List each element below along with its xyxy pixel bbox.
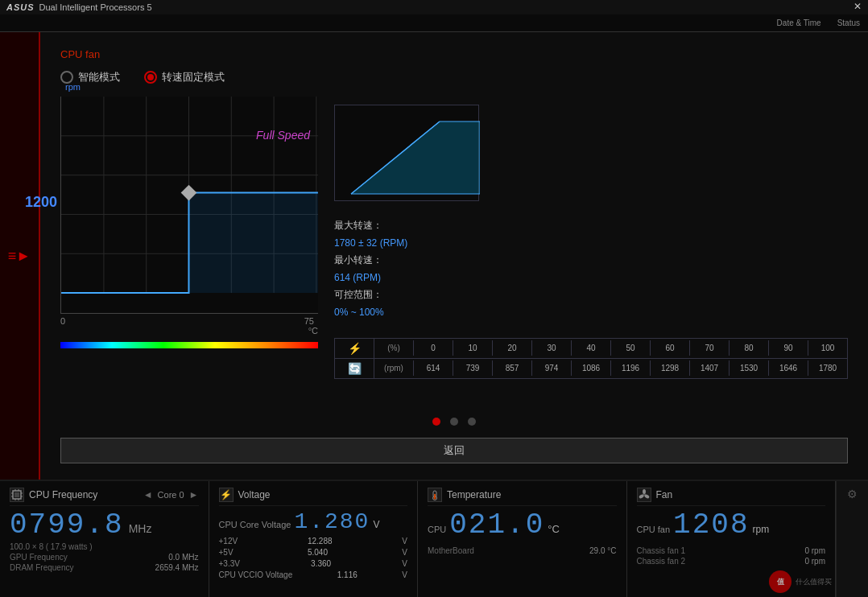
temp-title: Temperature [447,489,501,500]
min-speed-label: 最小转速： [334,252,848,270]
chassis-fan2-row: Chassis fan 2 0 rpm [637,557,826,566]
gpu-freq-value: 0.0 MHz [168,553,198,562]
pct-30: 30 [532,340,572,356]
close-button[interactable]: ✕ [854,1,862,12]
page-dot-2[interactable] [450,418,458,426]
pct-100: 100 [808,340,847,356]
cpu-fan-unit: rpm [753,524,770,535]
rpm-label: (rpm) [374,360,414,376]
temp-header: Temperature [428,488,617,506]
cpu-temp-value: 021.0 [449,511,544,540]
voltage-title: Voltage [238,489,271,500]
settings-gear-icon[interactable]: ⚙ [847,488,858,500]
fixed-mode-radio[interactable] [144,71,157,84]
temperature-section: Temperature CPU 021.0 °C MotherBoard 29.… [418,481,627,597]
core-next-arrow[interactable]: ► [189,489,199,500]
dram-freq-row: DRAM Frequency 2659.4 MHz [10,563,199,572]
5v-unit: V [402,548,407,557]
temp-icon [428,488,442,502]
chassis-fan1-row: Chassis fan 1 0 rpm [637,546,826,555]
cpu-core-voltage-label: CPU Core Voltage [219,520,291,529]
title-bar: ASUS Dual Intelligent Processors 5 ✕ [0,0,868,14]
min-speed-value: 614 (RPM) [334,270,848,287]
svg-marker-10 [61,193,318,294]
pct-40: 40 [572,340,611,356]
motherboard-temp-row: MotherBoard 29.0 °C [428,546,617,555]
3v3-unit: V [402,559,407,568]
voltage-section: ⚡ Voltage CPU Core Voltage 1.280 V +12V … [209,481,419,597]
pct-20: 20 [493,340,532,356]
full-speed-label: Full Speed [256,129,310,142]
rpm-1086: 1086 [572,360,611,376]
fan-spin-icon: 🔄 [335,359,374,378]
rpm-1298: 1298 [651,360,690,376]
nav-status[interactable]: Status [837,19,860,27]
cpu-core-voltage-unit: V [373,519,379,530]
fixed-mode-radio-dot [147,74,154,80]
chassis-fan2-label: Chassis fan 2 [637,557,686,566]
12v-label: +12V [219,537,238,546]
range-label: 可控范围： [334,286,848,304]
cpu-icon [10,488,24,502]
rpm-1196: 1196 [611,360,651,376]
max-speed-value: 1780 ± 32 (RPM) [334,235,848,253]
svg-marker-12 [351,121,480,194]
rpm-table-percent-row: ⚡ (%) 0 10 20 30 40 50 60 70 80 90 100 [335,339,847,359]
nav-strip: Date & Time Status [0,14,868,32]
5v-value: 5.040 [308,548,328,557]
cpu-fan-label: CPU fan [637,525,671,534]
cpu-frequency-section: CPU Frequency ◄ Core 0 ► 0799.8 MHz 100.… [0,481,209,597]
cpu-freq-unit: MHz [129,522,152,535]
asus-logo: ASUS [6,2,35,12]
chart-x-min: 0 [60,316,65,326]
settings-area: ⚙ [836,481,868,597]
page-dot-3[interactable] [468,418,476,426]
dram-freq-value: 2659.4 MHz [155,563,199,572]
fan-panel-title: CPU fan [60,48,848,60]
5v-label: +5V [219,548,234,557]
main-content: ≡► CPU fan 智能模式 转速固定模式 rpm [0,32,868,480]
rpm-1646: 1646 [769,360,808,376]
gpu-freq-label: GPU Frequency [10,553,68,562]
fan-header: Fan [637,488,826,506]
watermark-logo: 值 [769,570,792,593]
rpm-739: 739 [453,360,493,376]
app-title: Dual Intelligent Processors 5 [39,2,152,12]
speed-stats: 最大转速： 1780 ± 32 (RPM) 最小转速： 614 (RPM) 可控… [334,217,848,322]
rpm-1780: 1780 [808,360,847,376]
nav-datetime[interactable]: Date & Time [777,19,821,27]
chassis-fan1-label: Chassis fan 1 [637,546,686,555]
chart-current-value: 1200 [25,194,57,211]
back-button[interactable]: 返回 [60,438,848,463]
voltage-icon: ⚡ [219,488,234,502]
rpm-table-rpm-row: 🔄 (rpm) 614 739 857 974 1086 1196 1298 1… [335,359,847,378]
voltage-header: ⚡ Voltage [219,488,408,506]
rpm-table: ⚡ (%) 0 10 20 30 40 50 60 70 80 90 100 [334,338,848,379]
max-speed-label: 最大转速： [334,217,848,235]
chassis-fan2-value: 0 rpm [804,557,825,566]
fixed-mode-label: 转速固定模式 [162,70,225,84]
core-prev-arrow[interactable]: ◄ [143,489,153,500]
5v-row: +5V 5.040 V [219,548,408,557]
mini-fan-chart [334,105,479,201]
cpu-fan-value: 1208 [673,511,749,540]
pct-10: 10 [453,340,493,356]
pct-0: 0 [414,340,453,356]
dram-freq-label: DRAM Frequency [10,563,73,572]
page-dot-1[interactable] [432,418,440,426]
chassis-fan1-value: 0 rpm [804,546,825,555]
chart-container: rpm [60,97,848,401]
rpm-1530: 1530 [730,360,769,376]
rpm-1407: 1407 [690,360,730,376]
pct-70: 70 [690,340,730,356]
cpu-freq-sub: 100.0 × 8 ( 17.9 watts ) [10,542,199,551]
rpm-974: 974 [532,360,572,376]
vccio-row: CPU VCCIO Voltage 1.116 V [219,570,408,579]
svg-point-27 [434,497,436,500]
rpm-614: 614 [414,360,453,376]
sidebar-menu-icon[interactable]: ≡► [8,248,31,265]
fan-panel: CPU fan 智能模式 转速固定模式 rpm [40,32,868,480]
fixed-mode-option[interactable]: 转速固定模式 [144,70,225,84]
chart-x-max: 75 [304,316,314,326]
vccio-unit: V [402,570,407,579]
